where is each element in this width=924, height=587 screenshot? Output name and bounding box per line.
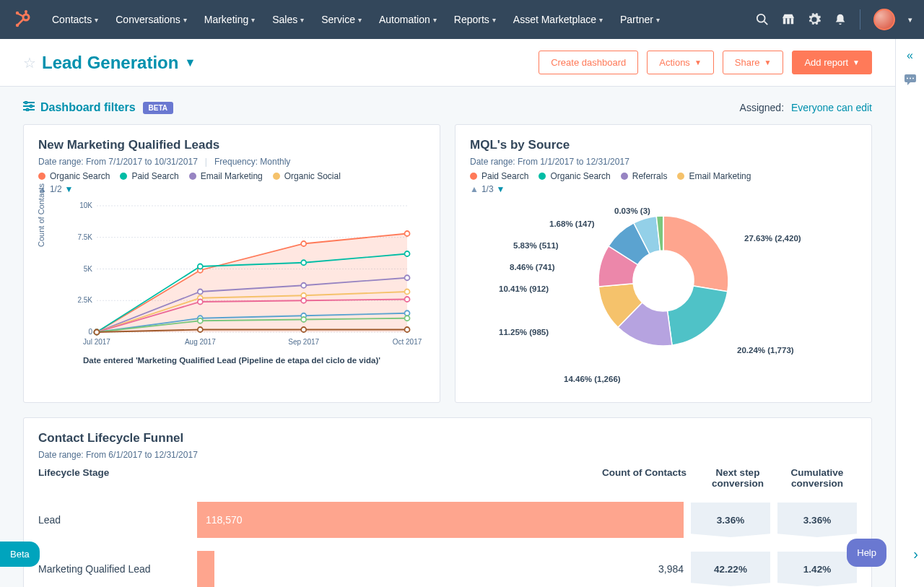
- triangle-down-icon[interactable]: ▼: [497, 184, 505, 194]
- comment-icon[interactable]: [904, 74, 917, 88]
- collapse-icon[interactable]: «: [907, 49, 913, 62]
- gear-icon[interactable]: [808, 13, 821, 26]
- svg-text:Sep 2017: Sep 2017: [288, 338, 319, 346]
- nav-item[interactable]: Reports▾: [447, 8, 503, 31]
- frequency: Frequency: Monthly: [214, 157, 290, 167]
- svg-rect-10: [787, 18, 790, 24]
- col-stage: Lifecycle Stage: [38, 467, 197, 489]
- donut-svg: [584, 201, 743, 360]
- svg-point-55: [405, 310, 410, 316]
- col-cum: Cumulative conversion: [777, 467, 857, 489]
- cumulative-conversion: 1.42%: [777, 552, 857, 586]
- filter-icon[interactable]: [23, 101, 35, 114]
- date-range: Date range: From 7/1/2017 to 10/31/2017: [38, 157, 198, 167]
- series-pager[interactable]: ▲ 1/3 ▼: [470, 184, 857, 194]
- avatar[interactable]: [873, 9, 895, 30]
- svg-point-58: [301, 317, 306, 322]
- legend-item[interactable]: Paid Search: [120, 171, 178, 181]
- nav-item[interactable]: Partner▾: [613, 8, 667, 31]
- legend-item[interactable]: Referrals: [621, 171, 668, 181]
- donut-slice-label: 11.25% (985): [499, 328, 549, 336]
- search-icon[interactable]: [756, 13, 769, 26]
- funnel-row: Lead 118,570 3.36% 3.36%: [38, 502, 857, 538]
- chevron-down-icon: ▾: [183, 16, 187, 24]
- svg-point-62: [301, 327, 306, 332]
- share-button[interactable]: Share▼: [723, 51, 784, 74]
- page-title[interactable]: Lead Generation: [42, 53, 178, 73]
- funnel-stage: Lead: [38, 514, 197, 526]
- triangle-down-icon[interactable]: ▼: [65, 184, 74, 194]
- nav-item[interactable]: Asset Marketplace▾: [506, 8, 610, 31]
- svg-point-51: [405, 297, 410, 302]
- page-header: ☆ Lead Generation ▼ Create dashboard Act…: [0, 39, 895, 87]
- donut-chart: 27.63% (2,420)20.24% (1,773)14.46% (1,26…: [470, 201, 857, 389]
- nav-right: ▾: [756, 9, 912, 30]
- assigned-value-link[interactable]: Everyone can edit: [791, 102, 872, 113]
- hubspot-logo[interactable]: [12, 9, 33, 30]
- bell-icon[interactable]: [834, 13, 847, 26]
- beta-fab[interactable]: Beta: [0, 542, 40, 567]
- svg-point-67: [912, 78, 914, 79]
- card-new-mqls: New Marketing Qualified Leads Date range…: [23, 124, 440, 403]
- svg-point-63: [405, 327, 410, 332]
- chevron-down-icon[interactable]: ▼: [184, 56, 196, 69]
- triangle-up-icon[interactable]: ▲: [470, 184, 479, 194]
- beta-badge: BETA: [143, 102, 173, 114]
- star-icon[interactable]: ☆: [23, 54, 36, 71]
- create-dashboard-button[interactable]: Create dashboard: [539, 51, 638, 74]
- donut-slice-label: 14.46% (1,266): [564, 375, 621, 383]
- line-chart: Count of Contacts 02.5K5K7.5K10KJul 2017…: [57, 199, 425, 350]
- pager-text: 1/3: [481, 184, 494, 194]
- chevron-down-icon: ▾: [433, 16, 437, 24]
- nav-item[interactable]: Conversations▾: [108, 8, 194, 31]
- svg-text:Jul 2017: Jul 2017: [83, 338, 110, 346]
- dashboard-filters-link[interactable]: Dashboard filters: [40, 101, 136, 114]
- actions-button[interactable]: Actions▼: [647, 51, 714, 74]
- chevron-down-icon[interactable]: ▾: [908, 15, 912, 25]
- add-report-button[interactable]: Add report▼: [792, 51, 872, 74]
- legend-item[interactable]: Paid Search: [470, 171, 528, 181]
- svg-point-17: [27, 109, 29, 111]
- svg-point-57: [198, 318, 203, 323]
- nav-item[interactable]: Service▾: [314, 8, 369, 31]
- legend-label: Paid Search: [481, 171, 528, 181]
- legend-item[interactable]: Email Marketing: [189, 171, 263, 181]
- chevron-down-icon: ▾: [599, 16, 603, 24]
- next-conversion: 42.22%: [691, 552, 770, 586]
- svg-point-61: [198, 327, 203, 332]
- separator: |: [205, 157, 207, 167]
- nav-divider: [860, 9, 860, 30]
- legend-dot: [470, 173, 477, 180]
- svg-point-47: [405, 290, 410, 295]
- chevron-down-icon: ▾: [300, 16, 304, 24]
- nav-item[interactable]: Marketing▾: [197, 8, 262, 31]
- help-fab[interactable]: Help: [847, 539, 886, 567]
- add-report-label: Add report: [804, 57, 848, 68]
- legend-item[interactable]: Organic Search: [38, 171, 110, 181]
- nav-item[interactable]: Contacts▾: [45, 8, 105, 31]
- nav-item[interactable]: Sales▾: [265, 8, 311, 31]
- nav-label: Sales: [272, 14, 297, 25]
- legend-label: Referrals: [632, 171, 668, 181]
- svg-point-46: [301, 293, 306, 298]
- legend-item[interactable]: Email Marketing: [677, 171, 751, 181]
- chevron-down-icon: ▾: [95, 16, 98, 24]
- legend-dot: [189, 173, 196, 180]
- legend-item[interactable]: Organic Search: [539, 171, 610, 181]
- series-pager[interactable]: ▲ 1/2 ▼: [38, 184, 425, 194]
- actions-label: Actions: [659, 57, 690, 68]
- card-title: Contact Lifecycle Funnel: [38, 431, 857, 445]
- legend-item[interactable]: Organic Social: [273, 171, 341, 181]
- legend: Paid SearchOrganic SearchReferralsEmail …: [470, 171, 857, 181]
- chevron-down-icon: ▼: [694, 58, 702, 66]
- col-count: Count of Contacts: [597, 467, 698, 489]
- svg-point-39: [405, 251, 410, 256]
- nav-label: Partner: [620, 14, 653, 25]
- cumulative-conversion: 3.36%: [777, 503, 857, 537]
- expand-arrow-icon[interactable]: ›: [913, 546, 918, 562]
- chevron-down-icon: ▾: [656, 16, 660, 24]
- svg-line-5: [18, 19, 24, 25]
- nav-item[interactable]: Automation▾: [372, 8, 444, 31]
- svg-point-37: [198, 264, 203, 269]
- marketplace-icon[interactable]: [782, 13, 795, 26]
